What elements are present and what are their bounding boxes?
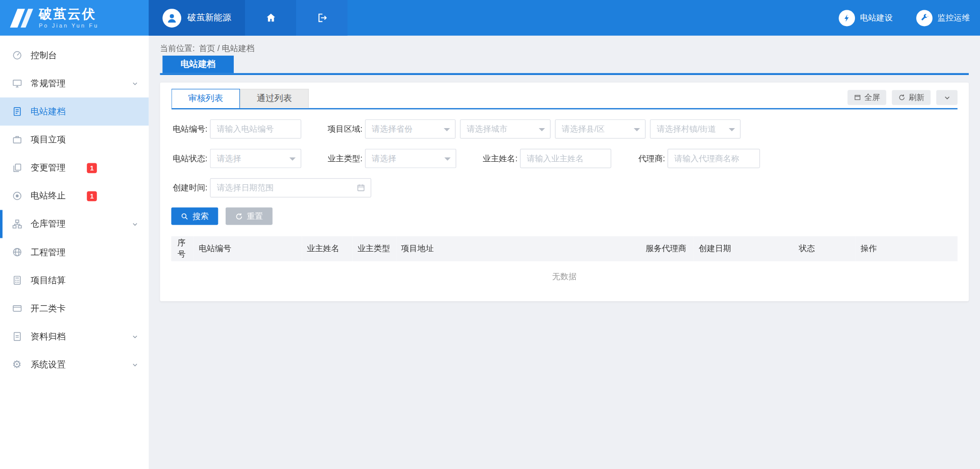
sidebar-item-project-settlement[interactable]: 项目结算: [0, 266, 149, 294]
monitor-icon: [11, 78, 22, 89]
col-station-no: 电站编号: [194, 236, 302, 261]
top-header: 破茧云伏 Po Jian Yun Fu 破茧新能源: [0, 0, 980, 36]
sidebar-item-station-filing[interactable]: 电站建档: [0, 97, 149, 126]
home-button[interactable]: [245, 0, 296, 36]
tab-review-list[interactable]: 审核列表: [172, 89, 240, 108]
col-owner-name: 业主姓名: [302, 236, 352, 261]
filter-owner-type: 业主类型: 请选择: [326, 149, 456, 168]
col-index: 序号: [172, 236, 194, 261]
col-actions: 操作: [855, 236, 958, 261]
station-no-input[interactable]: [210, 119, 301, 139]
filter-row-2: 电站状态: 请选择 业主类型: 请选择: [172, 149, 958, 168]
caret-down-icon: [444, 128, 450, 134]
col-owner-type: 业主类型: [353, 236, 397, 261]
fullscreen-button[interactable]: 全屏: [847, 90, 886, 105]
briefcase-icon: [11, 134, 22, 145]
brand-title: 破茧云伏: [39, 7, 99, 21]
tab-passed-list[interactable]: 通过列表: [240, 89, 309, 108]
reset-button[interactable]: 重置: [226, 208, 273, 225]
region-select-group: 请选择省份 请选择城市 请选择县/区: [365, 119, 741, 139]
logout-button[interactable]: [296, 0, 347, 36]
logout-icon: [316, 12, 328, 23]
breadcrumb-prefix: 当前位置:: [160, 44, 194, 53]
sidebar-item-project-initiation[interactable]: 项目立项: [0, 126, 149, 154]
filter-row-1: 电站编号: 项目区域: 请选择省份 请选择城市: [172, 119, 958, 139]
province-select[interactable]: 请选择省份: [365, 119, 456, 139]
nav-station-construction[interactable]: 电站建设: [839, 10, 892, 26]
sidebar-item-general-management[interactable]: 常规管理: [0, 69, 149, 97]
breadcrumb-path[interactable]: 首页 / 电站建档: [199, 44, 255, 53]
card-toolbar: 全屏 刷新: [847, 90, 958, 105]
sidebar: 控制台 常规管理 电站建档: [0, 36, 149, 469]
avatar: [162, 9, 181, 28]
list-tabs: 审核列表 通过列表 全屏: [172, 89, 958, 109]
calendar-icon: [356, 183, 365, 192]
date-range-input[interactable]: [210, 178, 371, 198]
filter-station-no: 电站编号:: [172, 119, 302, 139]
col-project-address: 项目地址: [396, 236, 641, 261]
fullscreen-icon: [854, 94, 862, 102]
filter-owner-name: 业主姓名:: [481, 149, 611, 168]
caret-down-icon: [729, 128, 735, 134]
col-created-date: 创建日期: [694, 236, 794, 261]
filter-region: 项目区域: 请选择省份 请选择城市: [326, 119, 741, 139]
owner-name-input[interactable]: [520, 149, 611, 168]
town-select[interactable]: 请选择村镇/街道: [650, 119, 741, 139]
app-root: 破茧云伏 Po Jian Yun Fu 破茧新能源: [0, 0, 980, 469]
brand-logo: 破茧云伏 Po Jian Yun Fu: [0, 0, 149, 36]
station-status-select[interactable]: 请选择: [210, 149, 301, 168]
sidebar-item-dashboard[interactable]: 控制台: [0, 41, 149, 69]
sidebar-item-engineering-management[interactable]: 工程管理: [0, 238, 149, 266]
sidebar-item-system-settings[interactable]: ⚙ 系统设置: [0, 351, 149, 379]
owner-type-select[interactable]: 请选择: [365, 149, 456, 168]
col-service-agent: 服务代理商: [641, 236, 694, 261]
county-select[interactable]: 请选择县/区: [555, 119, 646, 139]
status-badge: 1: [87, 191, 97, 201]
nav-label: 监控运维: [938, 12, 970, 23]
collapse-toggle-button[interactable]: [936, 90, 958, 105]
sitemap-icon: [11, 218, 22, 230]
breadcrumb: 当前位置: 首页 / 电站建档: [160, 36, 968, 56]
table-header-row: 序号 电站编号 业主姓名 业主类型 项目地址 服务代理商 创建日期 状态 操作: [172, 236, 958, 261]
page-tab-station-filing[interactable]: 电站建档: [162, 56, 234, 73]
filter-actions: 搜索 重置: [172, 208, 958, 225]
filter-station-status: 电站状态: 请选择: [172, 149, 302, 168]
company-name: 破茧新能源: [187, 12, 231, 23]
caret-down-icon: [539, 128, 545, 134]
gear-icon: ⚙: [11, 359, 22, 370]
calculator-icon: [11, 275, 22, 286]
document-icon: [11, 106, 22, 117]
home-icon: [265, 12, 277, 23]
card-icon: [11, 303, 22, 314]
sidebar-item-change-management[interactable]: 变更管理 1: [0, 154, 149, 182]
chevron-down-icon: [131, 361, 139, 368]
chevron-down-icon: [131, 220, 139, 228]
gauge-icon: [11, 50, 22, 61]
user-menu[interactable]: 破茧新能源: [149, 0, 245, 36]
filter-form: 电站编号: 项目区域: 请选择省份 请选择城市: [172, 119, 958, 198]
caret-down-icon: [289, 158, 296, 164]
caret-down-icon: [634, 128, 640, 134]
content-card: 审核列表 通过列表 全屏: [160, 83, 968, 302]
chevron-down-icon: [131, 80, 139, 87]
wrench-icon: [916, 10, 933, 26]
city-select[interactable]: 请选择城市: [460, 119, 551, 139]
sidebar-item-warehouse-management[interactable]: 仓库管理: [0, 210, 149, 238]
nav-monitor-ops[interactable]: 监控运维: [916, 10, 970, 26]
sidebar-item-station-termination[interactable]: 电站终止 1: [0, 182, 149, 210]
copy-icon: [11, 162, 22, 174]
refresh-button[interactable]: 刷新: [892, 90, 930, 105]
header-right-nav: 电站建设 监控运维: [815, 0, 980, 36]
brand-subtitle: Po Jian Yun Fu: [39, 22, 99, 28]
sidebar-item-data-archive[interactable]: 资料归档: [0, 323, 149, 351]
sidebar-item-open-type2-card[interactable]: 开二类卡: [0, 294, 149, 323]
empty-state: 无数据: [172, 261, 958, 286]
search-button[interactable]: 搜索: [172, 208, 218, 225]
results-table: 序号 电站编号 业主姓名 业主类型 项目地址 服务代理商 创建日期 状态 操作: [172, 236, 958, 261]
caret-down-icon: [445, 158, 451, 164]
search-icon: [181, 212, 189, 220]
lightning-icon: [839, 10, 855, 26]
stop-icon: [11, 190, 22, 202]
brand-logo-icon: [9, 8, 34, 28]
agent-input[interactable]: [668, 149, 760, 168]
